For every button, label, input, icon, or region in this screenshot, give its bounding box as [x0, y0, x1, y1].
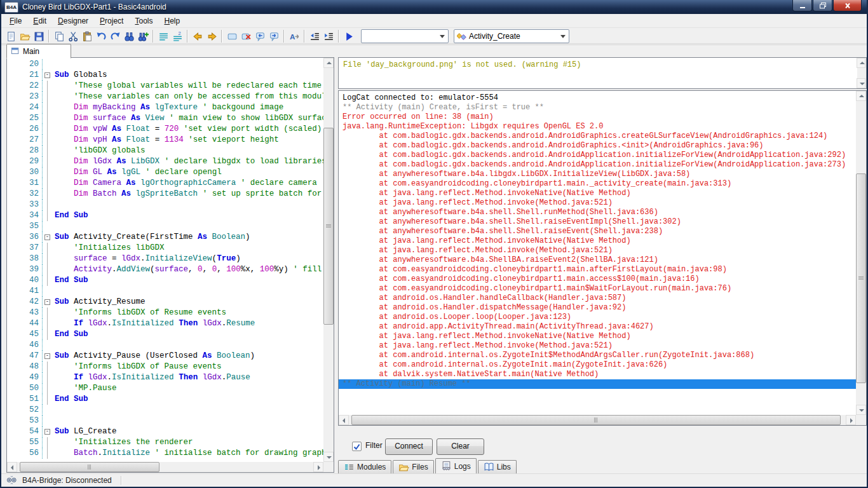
code-line[interactable]: 38 surface = lGdx.InitializeView(True): [7, 254, 323, 264]
code-line[interactable]: 53: [7, 416, 323, 426]
code-line[interactable]: 39 Activity.AddView(surface, 0, 0, 100%x…: [7, 264, 323, 275]
code-line[interactable]: 51End Sub: [7, 394, 323, 405]
code-line[interactable]: 46: [7, 340, 323, 351]
run-button[interactable]: [342, 29, 356, 43]
find-button[interactable]: [122, 29, 136, 43]
lines-button[interactable]: [156, 29, 170, 43]
redo-button[interactable]: [108, 29, 122, 43]
region-delete-button[interactable]: [239, 29, 253, 43]
log-line[interactable]: java.lang.RuntimeException: Libgdx requi…: [339, 122, 856, 132]
log-line-selected[interactable]: ** Activity (main) Resume **: [339, 379, 856, 389]
scroll-down-arrow[interactable]: [857, 78, 865, 88]
code-line[interactable]: 26 Dim vpW As Float = 720 'set view port…: [7, 124, 323, 135]
indent-button[interactable]: [322, 29, 336, 43]
cut-button[interactable]: [66, 29, 80, 43]
menu-designer[interactable]: Designer: [52, 15, 94, 27]
collapse-box-icon[interactable]: -: [44, 429, 50, 435]
scroll-up-arrow[interactable]: [856, 91, 866, 101]
menu-project[interactable]: Project: [94, 15, 129, 27]
warnings-scrollbar[interactable]: [857, 58, 866, 88]
code-line[interactable]: 35: [7, 221, 323, 232]
log-line[interactable]: at android.os.Handler.handleCallback(Han…: [339, 294, 856, 303]
tab-logs[interactable]: Logs: [435, 458, 477, 473]
open-file-button[interactable]: [18, 29, 32, 43]
log-hscroll-thumb[interactable]: [351, 415, 841, 425]
new-file-button[interactable]: [4, 29, 18, 43]
code-area[interactable]: 2021-Sub Globals22 'These global variabl…: [7, 59, 323, 462]
maximize-button[interactable]: [813, 0, 832, 11]
menu-edit[interactable]: Edit: [27, 15, 52, 27]
log-line[interactable]: at com.easyandroidcoding.cloneybirdpart1…: [339, 274, 856, 284]
log-line[interactable]: at java.lang.reflect.Method.invoke(Metho…: [339, 198, 856, 208]
tab-files[interactable]: Files: [393, 460, 433, 473]
code-line[interactable]: 55 'Initializes the renderer: [7, 437, 323, 448]
code-line[interactable]: 48 'Informs libGDX of Pause events: [7, 362, 323, 372]
code-line[interactable]: 32 Dim Batch As lgSpriteBatch ' set up s…: [7, 189, 323, 200]
code-line[interactable]: 45End Sub: [7, 329, 323, 340]
code-line[interactable]: 29 Dim lGdx As LibGDX ' declare libgdx t…: [7, 156, 323, 167]
log-line[interactable]: at java.lang.reflect.Method.invoke(Metho…: [339, 246, 856, 255]
code-line[interactable]: 47-Sub Activity_Pause (UserClosed As Boo…: [7, 351, 323, 362]
scroll-up-arrow[interactable]: [857, 58, 865, 68]
outdent-button[interactable]: [308, 29, 322, 43]
collapse-box-icon[interactable]: -: [44, 72, 50, 78]
paste-button[interactable]: [80, 29, 94, 43]
editor-horizontal-scrollbar[interactable]: [7, 462, 323, 472]
log-line[interactable]: at android.os.Looper.loop(Looper.java:12…: [339, 313, 856, 322]
log-line[interactable]: at com.android.internal.os.ZygoteInit.ma…: [339, 360, 856, 370]
save-file-button[interactable]: [32, 29, 46, 43]
log-line[interactable]: at android.os.Handler.dispatchMessage(Ha…: [339, 303, 856, 313]
log-line[interactable]: at com.easyandroidcoding.cloneybirdpart1…: [339, 265, 856, 274]
comment-add-button[interactable]: [253, 29, 267, 43]
code-line[interactable]: 50 'MP.Pause: [7, 383, 323, 394]
log-line[interactable]: LogCat connected to: emulator-5554: [339, 93, 856, 103]
region-button[interactable]: [225, 29, 239, 43]
undo-button[interactable]: [94, 29, 108, 43]
log-line[interactable]: at anywheresoftware.b4a.shell.Shell.runM…: [339, 208, 856, 217]
log-line[interactable]: at java.lang.reflect.Method.invokeNative…: [339, 332, 856, 341]
tab-modules[interactable]: Modules: [338, 460, 391, 473]
menu-file[interactable]: File: [4, 15, 27, 27]
code-line[interactable]: 42-Sub Activity_Resume: [7, 297, 323, 308]
code-line[interactable]: 52: [7, 405, 323, 416]
filter-checkbox[interactable]: [352, 442, 362, 451]
scroll-right-arrow[interactable]: [313, 462, 323, 472]
log-output[interactable]: LogCat connected to: emulator-5554** Act…: [339, 93, 856, 415]
collapse-box-icon[interactable]: -: [44, 234, 50, 240]
scroll-right-arrow[interactable]: [846, 415, 856, 425]
copy-button[interactable]: [52, 29, 66, 43]
log-line[interactable]: ** Activity (main) Create, isFirst = tru…: [339, 103, 856, 112]
log-vscroll-thumb[interactable]: [856, 173, 866, 383]
log-line[interactable]: at com.easyandroidcoding.cloneybirdpart1…: [339, 179, 856, 189]
log-line[interactable]: at com.badlogic.gdx.backends.android.And…: [339, 141, 856, 151]
log-vertical-scrollbar[interactable]: [856, 91, 866, 415]
code-line[interactable]: 27 Dim vpH As Float = 1134 'set vieport …: [7, 135, 323, 146]
code-line[interactable]: 56 Batch.Initialize ' initialise batch f…: [7, 448, 323, 459]
code-line[interactable]: 37 'Initializes libGDX: [7, 243, 323, 254]
nav-forward-button[interactable]: [205, 29, 219, 43]
log-line[interactable]: at com.easyandroidcoding.cloneybirdpart1…: [339, 284, 856, 294]
scroll-left-arrow[interactable]: [7, 462, 17, 472]
menu-help[interactable]: Help: [158, 15, 186, 27]
log-line[interactable]: at java.lang.reflect.Method.invokeNative…: [339, 189, 856, 198]
log-line[interactable]: at com.badlogic.gdx.backends.android.And…: [339, 160, 856, 170]
code-line[interactable]: 34End Sub: [7, 210, 323, 221]
log-line[interactable]: at com.badlogic.gdx.backends.android.And…: [339, 132, 856, 141]
find-next-button[interactable]: [136, 29, 150, 43]
code-line[interactable]: 41: [7, 286, 323, 297]
log-line[interactable]: at anywheresoftware.b4a.libgdx.LibGDX.In…: [339, 170, 856, 179]
log-line[interactable]: at anywheresoftware.b4a.shell.Shell.rais…: [339, 217, 856, 227]
code-line[interactable]: 40End Sub: [7, 275, 323, 286]
code-line[interactable]: 20: [7, 59, 323, 70]
code-line[interactable]: 21-Sub Globals: [7, 70, 323, 81]
lines-2-button[interactable]: 2: [170, 29, 184, 43]
nav-back-button[interactable]: [191, 29, 205, 43]
scroll-up-arrow[interactable]: [323, 58, 334, 68]
log-line[interactable]: at anywheresoftware.b4a.shell.Shell.rais…: [339, 227, 856, 236]
code-line[interactable]: 24 Dim myBacking As lgTexture ' backgoun…: [7, 102, 323, 113]
code-line[interactable]: 44 If lGdx.IsInitialized Then lGdx.Resum…: [7, 318, 323, 329]
log-line[interactable]: at dalvik.system.NativeStart.main(Native…: [339, 370, 856, 379]
clear-button[interactable]: Clear: [437, 438, 484, 455]
code-line[interactable]: 22 'These global variables will be redec…: [7, 81, 323, 92]
editor-vscroll-thumb[interactable]: [323, 128, 334, 325]
